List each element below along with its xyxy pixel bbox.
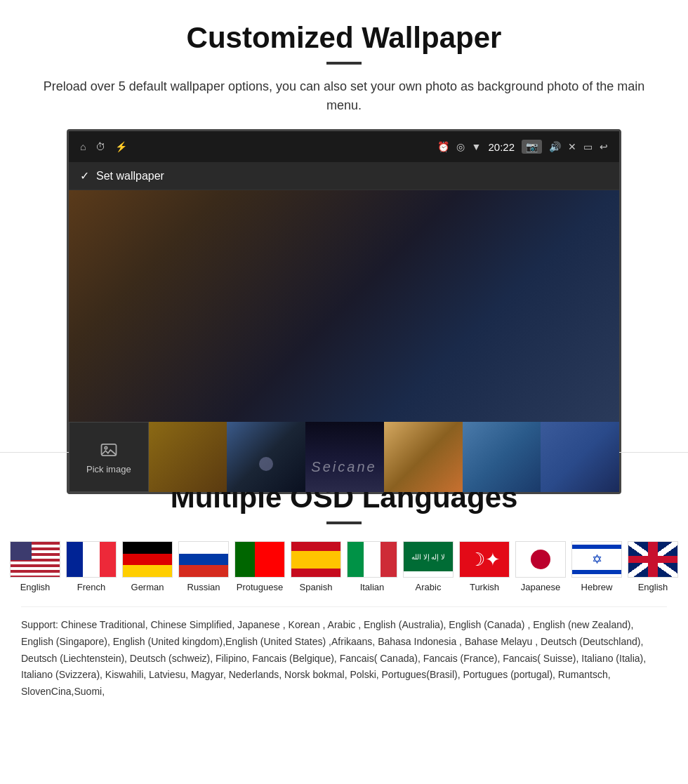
- flag-israel: ✡: [571, 541, 622, 578]
- flag-turkey: ☽✦: [459, 541, 510, 578]
- svg-rect-0: [101, 444, 116, 455]
- svg-point-1: [105, 446, 107, 449]
- flag-item-russian: Russian: [178, 541, 229, 592]
- statusbar-right: ⏰ ◎ ▼ 20:22 📷 🔊 ✕ ▭ ↩: [437, 140, 608, 154]
- flag-label-spanish: Spanish: [300, 582, 333, 592]
- status-time: 20:22: [488, 141, 515, 153]
- toolbar-label: Set wallpaper: [96, 170, 164, 182]
- languages-section: Multiple OSD Languages English French Ge: [0, 467, 688, 722]
- flag-spain: [291, 541, 341, 578]
- alarm-icon: ⏰: [437, 141, 449, 152]
- spain-red1: [291, 542, 340, 551]
- germany-gold: [123, 565, 172, 577]
- camera-icon: 📷: [522, 140, 542, 154]
- israel-stripe-bottom: [572, 570, 621, 574]
- flag-label-english-us: English: [20, 582, 51, 592]
- italy-red: [381, 542, 397, 577]
- germany-black: [123, 542, 172, 554]
- wallpaper-title: Customized Wallpaper: [28, 21, 660, 55]
- flag-russia: [178, 541, 229, 578]
- wallpaper-section: Customized Wallpaper Preload over 5 defa…: [0, 0, 688, 438]
- wifi-icon: ▼: [472, 141, 482, 152]
- italy-green: [348, 542, 364, 577]
- flag-label-turkish: Turkish: [470, 582, 499, 592]
- statusbar-left: ⌂ ⏱ ⚡: [80, 141, 127, 152]
- device-screenshot: ⌂ ⏱ ⚡ ⏰ ◎ ▼ 20:22 📷 🔊 ✕ ▭ ↩ ✓ Set wallpa…: [67, 129, 621, 494]
- flag-label-italian: Italian: [360, 582, 385, 592]
- japan-circle: [531, 550, 550, 569]
- russia-white: [179, 542, 228, 554]
- france-blue: [67, 542, 83, 577]
- thumb-6[interactable]: [463, 422, 541, 492]
- portugal-green: [235, 542, 255, 577]
- clock-icon: ⏱: [95, 141, 105, 152]
- flag-italy: [347, 541, 397, 578]
- window-icon: ▭: [583, 141, 593, 152]
- flag-item-english-uk: English: [628, 541, 678, 592]
- device-statusbar: ⌂ ⏱ ⚡ ⏰ ◎ ▼ 20:22 📷 🔊 ✕ ▭ ↩: [69, 131, 619, 162]
- israel-star: ✡: [592, 553, 602, 566]
- flag-label-french: French: [77, 582, 105, 592]
- flag-item-japanese: Japanese: [515, 541, 566, 592]
- flag-item-turkish: ☽✦ Turkish: [459, 541, 510, 592]
- location-icon: ◎: [456, 141, 465, 152]
- thumb-5[interactable]: [384, 422, 463, 492]
- germany-red: [123, 554, 172, 566]
- crescent-star: ☽✦: [469, 549, 501, 571]
- title-divider: [326, 62, 362, 65]
- flag-item-italian: Italian: [347, 541, 397, 592]
- flag-item-german: German: [122, 541, 173, 592]
- france-red: [100, 542, 116, 577]
- france-white: [83, 542, 99, 577]
- wallpaper-subtitle: Preload over 5 default wallpaper options…: [28, 77, 660, 115]
- arabic-text: لا إله إلا الله: [411, 553, 445, 566]
- pick-image-label: Pick image: [86, 464, 131, 474]
- flag-label-russian: Russian: [187, 582, 220, 592]
- support-text: Support: Chinese Traditional, Chinese Si…: [21, 606, 667, 700]
- italy-white: [364, 542, 380, 577]
- flag-item-spanish: Spanish: [291, 541, 341, 592]
- flag-item-portuguese: Protuguese: [234, 541, 285, 592]
- checkmark-icon: ✓: [80, 169, 89, 182]
- flag-item-hebrew: ✡ Hebrew: [571, 541, 622, 592]
- spain-yellow: [291, 551, 340, 569]
- flag-japan: [515, 541, 566, 578]
- flag-france: [66, 541, 117, 578]
- thumb-1[interactable]: [149, 422, 227, 492]
- russia-blue: [179, 554, 228, 566]
- volume-icon: 🔊: [549, 141, 561, 152]
- main-image-area: [69, 190, 619, 422]
- thumb-7[interactable]: [541, 422, 619, 492]
- thumbnails-row: Pick image: [69, 422, 619, 492]
- pick-image-thumb[interactable]: Pick image: [69, 422, 149, 492]
- flag-label-hebrew: Hebrew: [581, 582, 613, 592]
- usb-icon: ⚡: [115, 141, 127, 152]
- home-icon: ⌂: [80, 141, 86, 152]
- flag-portugal: [234, 541, 285, 578]
- flag-item-french: French: [66, 541, 117, 592]
- flag-item-english-us: English: [10, 541, 60, 592]
- close-icon: ✕: [568, 141, 576, 152]
- flag-label-arabic: Arabic: [416, 582, 442, 592]
- back-icon: ↩: [600, 141, 608, 152]
- spain-red2: [291, 569, 340, 578]
- image-pick-icon: [99, 440, 119, 460]
- flag-usa: [10, 541, 60, 578]
- flag-label-japanese: Japanese: [521, 582, 560, 592]
- flags-row: English French German: [21, 541, 667, 592]
- portugal-red: [255, 542, 284, 577]
- thumb-3[interactable]: [305, 422, 384, 492]
- flag-label-portuguese: Protuguese: [237, 582, 284, 592]
- flag-germany: [122, 541, 173, 578]
- languages-title-divider: [326, 521, 362, 524]
- flag-item-arabic: لا إله إلا الله Arabic: [403, 541, 454, 592]
- israel-stripe-top: [572, 545, 621, 549]
- flag-label-english-uk: English: [638, 582, 668, 592]
- flag-arabic: لا إله إلا الله: [403, 541, 454, 578]
- russia-red: [179, 565, 228, 577]
- thumb-2[interactable]: [227, 422, 305, 492]
- flag-uk: [628, 541, 678, 578]
- flag-label-german: German: [131, 582, 164, 592]
- device-toolbar: ✓ Set wallpaper: [69, 162, 619, 190]
